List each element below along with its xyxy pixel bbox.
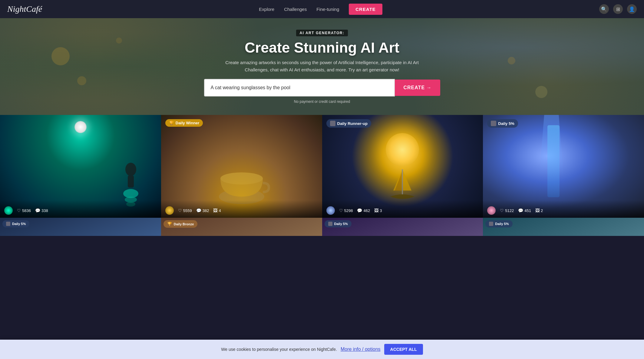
- comments-1: 💬 338: [35, 208, 48, 213]
- badge-daily-7: Daily 5%: [325, 220, 352, 227]
- hero-content: AI ART GENERATOR: Create Stunning AI Art…: [198, 30, 446, 104]
- stats-bar-2: ♡ 5559 💬 382 🖼 4: [161, 200, 322, 218]
- comments-4: 💬 451: [518, 208, 531, 213]
- gallery-item-6[interactable]: 🏆 Daily Bronze: [161, 218, 322, 236]
- nav-explore[interactable]: Explore: [259, 7, 274, 12]
- heart-icon-2: ♡: [178, 208, 182, 213]
- hero-badge: AI ART GENERATOR:: [296, 30, 348, 36]
- gallery-item-1[interactable]: ♡ 5836 💬 338: [0, 115, 161, 218]
- search-icon[interactable]: 🔍: [599, 4, 609, 14]
- svg-rect-1: [128, 175, 134, 188]
- stats-bar-4: ♡ 5122 💬 451 🖼 2: [483, 200, 644, 218]
- hero-title: Create Stunning AI Art: [245, 39, 399, 56]
- svg-point-6: [220, 172, 263, 184]
- badge-daily-5: Daily 5%: [2, 220, 29, 227]
- avatar-3: [326, 206, 335, 215]
- gallery-item-5[interactable]: Daily 5%: [0, 218, 161, 236]
- nav-challenges[interactable]: Challenges: [284, 7, 307, 12]
- comment-icon-1: 💬: [35, 208, 40, 213]
- stats-bar-3: ♡ 5298 💬 462 🖼 3: [322, 200, 483, 218]
- robot-icon-5: [6, 222, 10, 226]
- gallery-item-7[interactable]: Daily 5%: [322, 218, 483, 236]
- trophy-icon-winner: 🏆: [169, 121, 174, 125]
- gallery-item-3[interactable]: Daily Runner-up ♡ 5298 💬 462 🖼 3: [322, 115, 483, 218]
- heart-icon-3: ♡: [339, 208, 343, 213]
- comment-icon-3: 💬: [357, 208, 362, 213]
- heart-icon-4: ♡: [500, 208, 504, 213]
- likes-4: ♡ 5122: [500, 208, 514, 213]
- image-icon-4: 🖼: [535, 208, 540, 213]
- gallery-row-1: ♡ 5836 💬 338 🏆 Daily Winner: [0, 115, 644, 218]
- badge-winner: 🏆 Daily Winner: [165, 119, 203, 127]
- user-avatar-icon[interactable]: 👤: [627, 4, 637, 14]
- heart-icon-1: ♡: [17, 208, 21, 213]
- robot-icon-4: [491, 121, 496, 126]
- hero-form: CREATE →: [204, 79, 440, 96]
- likes-1: ♡ 5836: [17, 208, 31, 213]
- robot-icon-7: [328, 222, 332, 226]
- badge-runner-up: Daily Runner-up: [326, 119, 371, 128]
- hero-section: AI ART GENERATOR: Create Stunning AI Art…: [0, 18, 644, 115]
- image-icon-3: 🖼: [374, 208, 378, 213]
- avatar-1: [4, 206, 13, 215]
- robot-icon-runner: [330, 121, 335, 126]
- gallery-item-4[interactable]: Daily 5% ♡ 5122 💬 451 🖼 2: [483, 115, 644, 218]
- hero-note: No payment or credit card required: [294, 100, 350, 104]
- badge-bronze-6: 🏆 Daily Bronze: [163, 220, 198, 228]
- hero-create-button[interactable]: CREATE →: [395, 80, 440, 96]
- prompt-input[interactable]: [204, 79, 395, 96]
- badge-daily-4: Daily 5%: [487, 119, 518, 128]
- main-nav: Explore Challenges Fine-tuning CREATE: [259, 4, 382, 15]
- header-create-button[interactable]: CREATE: [349, 4, 382, 15]
- comment-icon-4: 💬: [518, 208, 523, 213]
- header-icons: 🔍 ⊞ 👤: [599, 4, 637, 14]
- images-2: 🖼 4: [213, 208, 221, 213]
- likes-2: ♡ 5559: [178, 208, 192, 213]
- svg-rect-7: [402, 169, 403, 197]
- comment-icon-2: 💬: [196, 208, 201, 213]
- app-grid-icon[interactable]: ⊞: [613, 4, 623, 14]
- comments-3: 💬 462: [357, 208, 370, 213]
- gallery-item-8[interactable]: Daily 5%: [483, 218, 644, 236]
- images-4: 🖼 2: [535, 208, 543, 213]
- image-icon-2: 🖼: [213, 208, 217, 213]
- avatar-2: [165, 206, 174, 215]
- gallery-row-2: Daily 5% 🏆 Daily Bronze Daily 5% Daily 5…: [0, 218, 644, 236]
- comments-2: 💬 382: [196, 208, 209, 213]
- svg-point-0: [125, 163, 136, 176]
- main-header: NightCafé Explore Challenges Fine-tuning…: [0, 0, 644, 18]
- images-3: 🖼 3: [374, 208, 382, 213]
- trophy-icon-bronze: 🏆: [167, 222, 172, 226]
- avatar-4: [487, 206, 496, 215]
- gallery-item-2[interactable]: 🏆 Daily Winner ♡ 5559 💬 382 🖼 4: [161, 115, 322, 218]
- robot-icon-8: [489, 222, 493, 226]
- logo[interactable]: NightCafé: [7, 4, 42, 14]
- likes-3: ♡ 5298: [339, 208, 353, 213]
- hero-subtitle: Create amazing artworks in seconds using…: [216, 59, 428, 73]
- stats-bar-1: ♡ 5836 💬 338: [0, 200, 161, 218]
- badge-daily-8: Daily 5%: [485, 220, 512, 227]
- nav-fine-tuning[interactable]: Fine-tuning: [316, 7, 339, 12]
